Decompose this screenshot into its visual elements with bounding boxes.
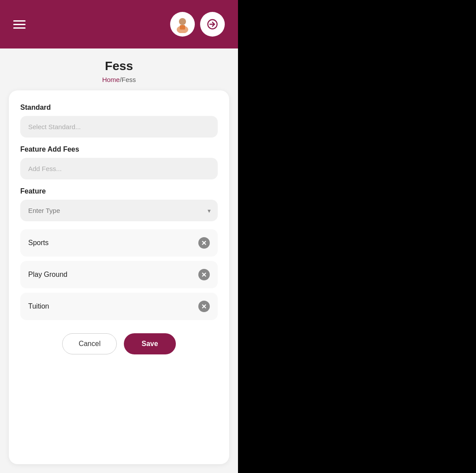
breadcrumb-home[interactable]: Home [102,76,120,83]
selected-items-list: Sports ✕ Play Ground ✕ Tuition ✕ [20,229,218,324]
svg-rect-2 [180,25,185,30]
list-item: Tuition ✕ [20,293,218,320]
standard-section: Standard [20,104,218,138]
selected-item-label: Play Ground [28,271,67,279]
hamburger-menu-icon[interactable] [13,20,26,29]
feature-add-fees-section: Feature Add Fees [20,145,218,179]
feature-dropdown-wrapper: ▾ [20,200,218,221]
remove-playground-button[interactable]: ✕ [198,269,210,280]
list-item: Sports ✕ [20,229,218,257]
save-button[interactable]: Save [124,333,175,354]
selected-item-label: Tuition [28,302,49,310]
selected-item-label: Sports [28,239,48,247]
page-header: Fess Home/Fess [0,48,238,90]
list-item: Play Ground ✕ [20,261,218,288]
remove-tuition-button[interactable]: ✕ [198,301,210,312]
remove-sports-button[interactable]: ✕ [198,237,210,249]
feature-add-fees-input[interactable] [20,158,218,179]
breadcrumb: Home/Fess [9,76,229,83]
form-card: Standard Feature Add Fees Feature ▾ Spor… [9,90,229,464]
logout-button[interactable] [200,12,225,37]
right-panel [238,0,476,473]
standard-label: Standard [20,104,218,112]
cancel-button[interactable]: Cancel [62,333,117,354]
breadcrumb-current: Fess [122,76,136,83]
feature-dropdown-input[interactable] [20,200,218,221]
page-title: Fess [9,59,229,73]
feature-add-fees-label: Feature Add Fees [20,145,218,153]
app-header [0,0,238,48]
standard-input[interactable] [20,116,218,138]
form-actions: Cancel Save [20,333,218,354]
avatar[interactable] [170,12,195,37]
feature-label: Feature [20,187,218,195]
header-right-actions [170,12,225,37]
feature-section: Feature ▾ [20,187,218,221]
svg-point-0 [179,18,186,25]
